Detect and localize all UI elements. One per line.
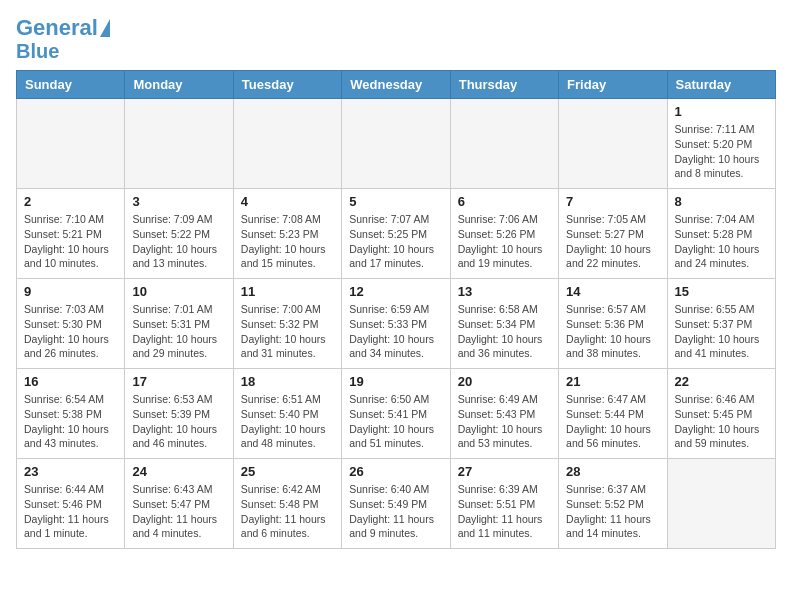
day-info: Sunrise: 7:10 AM Sunset: 5:21 PM Dayligh… [24, 212, 117, 271]
calendar-cell: 2Sunrise: 7:10 AM Sunset: 5:21 PM Daylig… [17, 189, 125, 279]
calendar-cell: 5Sunrise: 7:07 AM Sunset: 5:25 PM Daylig… [342, 189, 450, 279]
calendar-cell [667, 459, 775, 549]
day-info: Sunrise: 6:50 AM Sunset: 5:41 PM Dayligh… [349, 392, 442, 451]
calendar-cell: 25Sunrise: 6:42 AM Sunset: 5:48 PM Dayli… [233, 459, 341, 549]
day-number: 26 [349, 464, 442, 479]
calendar-cell: 16Sunrise: 6:54 AM Sunset: 5:38 PM Dayli… [17, 369, 125, 459]
calendar-cell [17, 99, 125, 189]
day-number: 27 [458, 464, 551, 479]
logo: General Blue [16, 16, 110, 62]
day-info: Sunrise: 6:47 AM Sunset: 5:44 PM Dayligh… [566, 392, 659, 451]
calendar-cell [125, 99, 233, 189]
day-number: 20 [458, 374, 551, 389]
day-number: 28 [566, 464, 659, 479]
day-info: Sunrise: 7:04 AM Sunset: 5:28 PM Dayligh… [675, 212, 768, 271]
calendar-cell [559, 99, 667, 189]
day-info: Sunrise: 7:06 AM Sunset: 5:26 PM Dayligh… [458, 212, 551, 271]
day-number: 4 [241, 194, 334, 209]
day-number: 19 [349, 374, 442, 389]
day-number: 8 [675, 194, 768, 209]
day-number: 22 [675, 374, 768, 389]
day-info: Sunrise: 7:01 AM Sunset: 5:31 PM Dayligh… [132, 302, 225, 361]
day-info: Sunrise: 6:51 AM Sunset: 5:40 PM Dayligh… [241, 392, 334, 451]
day-number: 7 [566, 194, 659, 209]
calendar-week-row: 16Sunrise: 6:54 AM Sunset: 5:38 PM Dayli… [17, 369, 776, 459]
calendar-cell: 6Sunrise: 7:06 AM Sunset: 5:26 PM Daylig… [450, 189, 558, 279]
day-header-saturday: Saturday [667, 71, 775, 99]
logo-general: General [16, 15, 98, 40]
day-info: Sunrise: 6:59 AM Sunset: 5:33 PM Dayligh… [349, 302, 442, 361]
day-number: 24 [132, 464, 225, 479]
day-info: Sunrise: 7:03 AM Sunset: 5:30 PM Dayligh… [24, 302, 117, 361]
calendar-cell: 21Sunrise: 6:47 AM Sunset: 5:44 PM Dayli… [559, 369, 667, 459]
calendar-cell: 19Sunrise: 6:50 AM Sunset: 5:41 PM Dayli… [342, 369, 450, 459]
calendar-week-row: 2Sunrise: 7:10 AM Sunset: 5:21 PM Daylig… [17, 189, 776, 279]
day-number: 17 [132, 374, 225, 389]
calendar-cell: 22Sunrise: 6:46 AM Sunset: 5:45 PM Dayli… [667, 369, 775, 459]
day-number: 16 [24, 374, 117, 389]
calendar-cell [233, 99, 341, 189]
day-number: 11 [241, 284, 334, 299]
day-header-monday: Monday [125, 71, 233, 99]
calendar-cell: 11Sunrise: 7:00 AM Sunset: 5:32 PM Dayli… [233, 279, 341, 369]
day-header-thursday: Thursday [450, 71, 558, 99]
calendar-cell: 4Sunrise: 7:08 AM Sunset: 5:23 PM Daylig… [233, 189, 341, 279]
calendar-cell: 20Sunrise: 6:49 AM Sunset: 5:43 PM Dayli… [450, 369, 558, 459]
calendar-cell [342, 99, 450, 189]
logo-triangle-icon [100, 19, 110, 37]
calendar-cell: 15Sunrise: 6:55 AM Sunset: 5:37 PM Dayli… [667, 279, 775, 369]
calendar-cell: 27Sunrise: 6:39 AM Sunset: 5:51 PM Dayli… [450, 459, 558, 549]
day-info: Sunrise: 7:05 AM Sunset: 5:27 PM Dayligh… [566, 212, 659, 271]
day-number: 15 [675, 284, 768, 299]
logo-text: General [16, 16, 98, 40]
day-info: Sunrise: 6:58 AM Sunset: 5:34 PM Dayligh… [458, 302, 551, 361]
day-number: 2 [24, 194, 117, 209]
day-info: Sunrise: 7:11 AM Sunset: 5:20 PM Dayligh… [675, 122, 768, 181]
day-info: Sunrise: 6:39 AM Sunset: 5:51 PM Dayligh… [458, 482, 551, 541]
day-number: 25 [241, 464, 334, 479]
calendar-cell: 28Sunrise: 6:37 AM Sunset: 5:52 PM Dayli… [559, 459, 667, 549]
day-info: Sunrise: 7:08 AM Sunset: 5:23 PM Dayligh… [241, 212, 334, 271]
day-info: Sunrise: 6:53 AM Sunset: 5:39 PM Dayligh… [132, 392, 225, 451]
calendar-cell: 24Sunrise: 6:43 AM Sunset: 5:47 PM Dayli… [125, 459, 233, 549]
calendar-cell: 17Sunrise: 6:53 AM Sunset: 5:39 PM Dayli… [125, 369, 233, 459]
calendar-cell: 3Sunrise: 7:09 AM Sunset: 5:22 PM Daylig… [125, 189, 233, 279]
day-info: Sunrise: 6:46 AM Sunset: 5:45 PM Dayligh… [675, 392, 768, 451]
calendar-header-row: SundayMondayTuesdayWednesdayThursdayFrid… [17, 71, 776, 99]
day-info: Sunrise: 6:54 AM Sunset: 5:38 PM Dayligh… [24, 392, 117, 451]
day-info: Sunrise: 6:43 AM Sunset: 5:47 PM Dayligh… [132, 482, 225, 541]
calendar-cell [450, 99, 558, 189]
day-number: 3 [132, 194, 225, 209]
day-number: 12 [349, 284, 442, 299]
calendar-week-row: 23Sunrise: 6:44 AM Sunset: 5:46 PM Dayli… [17, 459, 776, 549]
day-header-friday: Friday [559, 71, 667, 99]
day-info: Sunrise: 6:57 AM Sunset: 5:36 PM Dayligh… [566, 302, 659, 361]
calendar-table: SundayMondayTuesdayWednesdayThursdayFrid… [16, 70, 776, 549]
day-header-sunday: Sunday [17, 71, 125, 99]
calendar-cell: 10Sunrise: 7:01 AM Sunset: 5:31 PM Dayli… [125, 279, 233, 369]
day-info: Sunrise: 6:37 AM Sunset: 5:52 PM Dayligh… [566, 482, 659, 541]
day-number: 18 [241, 374, 334, 389]
calendar-cell: 13Sunrise: 6:58 AM Sunset: 5:34 PM Dayli… [450, 279, 558, 369]
day-info: Sunrise: 7:09 AM Sunset: 5:22 PM Dayligh… [132, 212, 225, 271]
calendar-cell: 9Sunrise: 7:03 AM Sunset: 5:30 PM Daylig… [17, 279, 125, 369]
calendar-cell: 14Sunrise: 6:57 AM Sunset: 5:36 PM Dayli… [559, 279, 667, 369]
day-number: 23 [24, 464, 117, 479]
day-header-wednesday: Wednesday [342, 71, 450, 99]
day-info: Sunrise: 7:07 AM Sunset: 5:25 PM Dayligh… [349, 212, 442, 271]
calendar-cell: 12Sunrise: 6:59 AM Sunset: 5:33 PM Dayli… [342, 279, 450, 369]
day-number: 21 [566, 374, 659, 389]
day-info: Sunrise: 6:44 AM Sunset: 5:46 PM Dayligh… [24, 482, 117, 541]
calendar-cell: 8Sunrise: 7:04 AM Sunset: 5:28 PM Daylig… [667, 189, 775, 279]
calendar-week-row: 9Sunrise: 7:03 AM Sunset: 5:30 PM Daylig… [17, 279, 776, 369]
calendar-cell: 26Sunrise: 6:40 AM Sunset: 5:49 PM Dayli… [342, 459, 450, 549]
day-number: 1 [675, 104, 768, 119]
calendar-week-row: 1Sunrise: 7:11 AM Sunset: 5:20 PM Daylig… [17, 99, 776, 189]
day-info: Sunrise: 6:42 AM Sunset: 5:48 PM Dayligh… [241, 482, 334, 541]
day-info: Sunrise: 6:49 AM Sunset: 5:43 PM Dayligh… [458, 392, 551, 451]
calendar-cell: 23Sunrise: 6:44 AM Sunset: 5:46 PM Dayli… [17, 459, 125, 549]
day-number: 14 [566, 284, 659, 299]
calendar-cell: 7Sunrise: 7:05 AM Sunset: 5:27 PM Daylig… [559, 189, 667, 279]
day-number: 10 [132, 284, 225, 299]
day-header-tuesday: Tuesday [233, 71, 341, 99]
